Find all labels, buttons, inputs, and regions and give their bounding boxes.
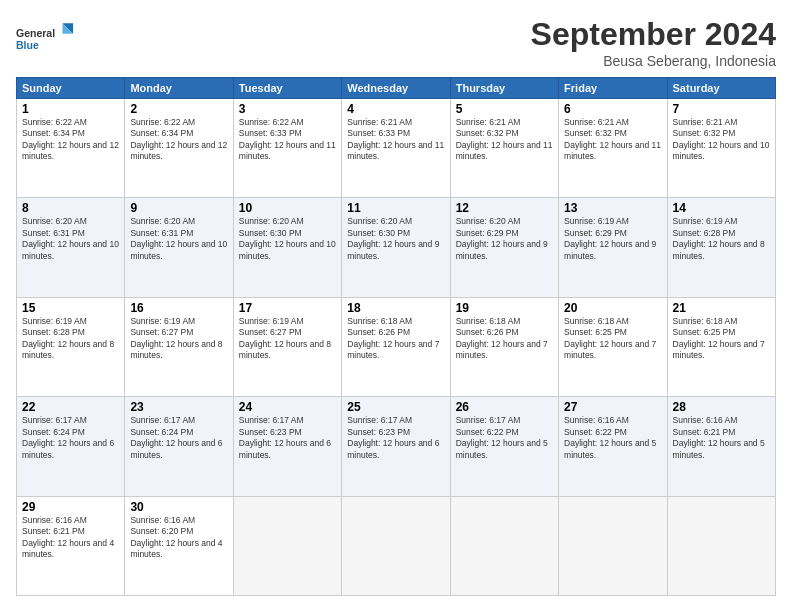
day-info: Sunrise: 6:22 AMSunset: 6:33 PMDaylight:… bbox=[239, 117, 336, 163]
day-info: Sunrise: 6:20 AMSunset: 6:29 PMDaylight:… bbox=[456, 216, 553, 262]
svg-text:Blue: Blue bbox=[16, 39, 39, 51]
day-number: 13 bbox=[564, 201, 661, 215]
col-monday: Monday bbox=[125, 78, 233, 99]
day-number: 11 bbox=[347, 201, 444, 215]
day-number: 18 bbox=[347, 301, 444, 315]
day-number: 28 bbox=[673, 400, 770, 414]
col-sunday: Sunday bbox=[17, 78, 125, 99]
day-number: 8 bbox=[22, 201, 119, 215]
day-info: Sunrise: 6:20 AMSunset: 6:31 PMDaylight:… bbox=[22, 216, 119, 262]
month-title: September 2024 bbox=[531, 16, 776, 53]
day-cell-28: 28Sunrise: 6:16 AMSunset: 6:21 PMDayligh… bbox=[667, 397, 775, 496]
day-cell-3: 3Sunrise: 6:22 AMSunset: 6:33 PMDaylight… bbox=[233, 99, 341, 198]
day-number: 29 bbox=[22, 500, 119, 514]
calendar-week-row: 29Sunrise: 6:16 AMSunset: 6:21 PMDayligh… bbox=[17, 496, 776, 595]
day-cell-19: 19Sunrise: 6:18 AMSunset: 6:26 PMDayligh… bbox=[450, 297, 558, 396]
day-cell-29: 29Sunrise: 6:16 AMSunset: 6:21 PMDayligh… bbox=[17, 496, 125, 595]
day-number: 6 bbox=[564, 102, 661, 116]
day-info: Sunrise: 6:16 AMSunset: 6:21 PMDaylight:… bbox=[22, 515, 119, 561]
day-info: Sunrise: 6:17 AMSunset: 6:24 PMDaylight:… bbox=[130, 415, 227, 461]
day-info: Sunrise: 6:18 AMSunset: 6:26 PMDaylight:… bbox=[456, 316, 553, 362]
day-info: Sunrise: 6:16 AMSunset: 6:22 PMDaylight:… bbox=[564, 415, 661, 461]
day-number: 7 bbox=[673, 102, 770, 116]
day-number: 5 bbox=[456, 102, 553, 116]
day-info: Sunrise: 6:20 AMSunset: 6:30 PMDaylight:… bbox=[347, 216, 444, 262]
day-info: Sunrise: 6:17 AMSunset: 6:22 PMDaylight:… bbox=[456, 415, 553, 461]
day-cell-24: 24Sunrise: 6:17 AMSunset: 6:23 PMDayligh… bbox=[233, 397, 341, 496]
day-info: Sunrise: 6:21 AMSunset: 6:32 PMDaylight:… bbox=[456, 117, 553, 163]
day-cell-21: 21Sunrise: 6:18 AMSunset: 6:25 PMDayligh… bbox=[667, 297, 775, 396]
day-info: Sunrise: 6:22 AMSunset: 6:34 PMDaylight:… bbox=[130, 117, 227, 163]
day-number: 16 bbox=[130, 301, 227, 315]
day-info: Sunrise: 6:21 AMSunset: 6:33 PMDaylight:… bbox=[347, 117, 444, 163]
day-info: Sunrise: 6:16 AMSunset: 6:20 PMDaylight:… bbox=[130, 515, 227, 561]
day-cell-22: 22Sunrise: 6:17 AMSunset: 6:24 PMDayligh… bbox=[17, 397, 125, 496]
day-number: 19 bbox=[456, 301, 553, 315]
empty-cell bbox=[233, 496, 341, 595]
day-info: Sunrise: 6:19 AMSunset: 6:28 PMDaylight:… bbox=[673, 216, 770, 262]
day-info: Sunrise: 6:17 AMSunset: 6:23 PMDaylight:… bbox=[239, 415, 336, 461]
calendar-week-row: 8Sunrise: 6:20 AMSunset: 6:31 PMDaylight… bbox=[17, 198, 776, 297]
day-cell-9: 9Sunrise: 6:20 AMSunset: 6:31 PMDaylight… bbox=[125, 198, 233, 297]
calendar-table: Sunday Monday Tuesday Wednesday Thursday… bbox=[16, 77, 776, 596]
page-header: General Blue September 2024 Beusa Sebera… bbox=[16, 16, 776, 69]
location-subtitle: Beusa Seberang, Indonesia bbox=[531, 53, 776, 69]
day-cell-18: 18Sunrise: 6:18 AMSunset: 6:26 PMDayligh… bbox=[342, 297, 450, 396]
day-number: 9 bbox=[130, 201, 227, 215]
col-friday: Friday bbox=[559, 78, 667, 99]
day-info: Sunrise: 6:20 AMSunset: 6:30 PMDaylight:… bbox=[239, 216, 336, 262]
day-info: Sunrise: 6:17 AMSunset: 6:23 PMDaylight:… bbox=[347, 415, 444, 461]
day-cell-27: 27Sunrise: 6:16 AMSunset: 6:22 PMDayligh… bbox=[559, 397, 667, 496]
day-info: Sunrise: 6:17 AMSunset: 6:24 PMDaylight:… bbox=[22, 415, 119, 461]
day-number: 4 bbox=[347, 102, 444, 116]
day-cell-30: 30Sunrise: 6:16 AMSunset: 6:20 PMDayligh… bbox=[125, 496, 233, 595]
day-cell-23: 23Sunrise: 6:17 AMSunset: 6:24 PMDayligh… bbox=[125, 397, 233, 496]
day-number: 12 bbox=[456, 201, 553, 215]
col-tuesday: Tuesday bbox=[233, 78, 341, 99]
col-wednesday: Wednesday bbox=[342, 78, 450, 99]
day-cell-5: 5Sunrise: 6:21 AMSunset: 6:32 PMDaylight… bbox=[450, 99, 558, 198]
day-number: 20 bbox=[564, 301, 661, 315]
empty-cell bbox=[342, 496, 450, 595]
day-cell-14: 14Sunrise: 6:19 AMSunset: 6:28 PMDayligh… bbox=[667, 198, 775, 297]
day-cell-8: 8Sunrise: 6:20 AMSunset: 6:31 PMDaylight… bbox=[17, 198, 125, 297]
day-info: Sunrise: 6:22 AMSunset: 6:34 PMDaylight:… bbox=[22, 117, 119, 163]
col-thursday: Thursday bbox=[450, 78, 558, 99]
day-info: Sunrise: 6:18 AMSunset: 6:25 PMDaylight:… bbox=[564, 316, 661, 362]
day-cell-20: 20Sunrise: 6:18 AMSunset: 6:25 PMDayligh… bbox=[559, 297, 667, 396]
empty-cell bbox=[559, 496, 667, 595]
day-number: 25 bbox=[347, 400, 444, 414]
day-cell-1: 1Sunrise: 6:22 AMSunset: 6:34 PMDaylight… bbox=[17, 99, 125, 198]
day-cell-11: 11Sunrise: 6:20 AMSunset: 6:30 PMDayligh… bbox=[342, 198, 450, 297]
day-number: 14 bbox=[673, 201, 770, 215]
day-info: Sunrise: 6:21 AMSunset: 6:32 PMDaylight:… bbox=[564, 117, 661, 163]
day-info: Sunrise: 6:16 AMSunset: 6:21 PMDaylight:… bbox=[673, 415, 770, 461]
day-number: 15 bbox=[22, 301, 119, 315]
day-number: 23 bbox=[130, 400, 227, 414]
day-number: 1 bbox=[22, 102, 119, 116]
day-cell-26: 26Sunrise: 6:17 AMSunset: 6:22 PMDayligh… bbox=[450, 397, 558, 496]
day-number: 27 bbox=[564, 400, 661, 414]
day-cell-7: 7Sunrise: 6:21 AMSunset: 6:32 PMDaylight… bbox=[667, 99, 775, 198]
day-number: 17 bbox=[239, 301, 336, 315]
day-number: 2 bbox=[130, 102, 227, 116]
day-number: 3 bbox=[239, 102, 336, 116]
day-number: 21 bbox=[673, 301, 770, 315]
svg-text:General: General bbox=[16, 27, 55, 39]
day-cell-16: 16Sunrise: 6:19 AMSunset: 6:27 PMDayligh… bbox=[125, 297, 233, 396]
day-info: Sunrise: 6:19 AMSunset: 6:27 PMDaylight:… bbox=[239, 316, 336, 362]
day-info: Sunrise: 6:20 AMSunset: 6:31 PMDaylight:… bbox=[130, 216, 227, 262]
day-cell-2: 2Sunrise: 6:22 AMSunset: 6:34 PMDaylight… bbox=[125, 99, 233, 198]
calendar-header-row: Sunday Monday Tuesday Wednesday Thursday… bbox=[17, 78, 776, 99]
day-cell-12: 12Sunrise: 6:20 AMSunset: 6:29 PMDayligh… bbox=[450, 198, 558, 297]
day-number: 22 bbox=[22, 400, 119, 414]
day-cell-4: 4Sunrise: 6:21 AMSunset: 6:33 PMDaylight… bbox=[342, 99, 450, 198]
day-number: 30 bbox=[130, 500, 227, 514]
day-info: Sunrise: 6:19 AMSunset: 6:29 PMDaylight:… bbox=[564, 216, 661, 262]
day-cell-6: 6Sunrise: 6:21 AMSunset: 6:32 PMDaylight… bbox=[559, 99, 667, 198]
day-info: Sunrise: 6:19 AMSunset: 6:28 PMDaylight:… bbox=[22, 316, 119, 362]
logo-icon: General Blue bbox=[16, 16, 76, 61]
title-block: September 2024 Beusa Seberang, Indonesia bbox=[531, 16, 776, 69]
empty-cell bbox=[667, 496, 775, 595]
day-info: Sunrise: 6:18 AMSunset: 6:26 PMDaylight:… bbox=[347, 316, 444, 362]
